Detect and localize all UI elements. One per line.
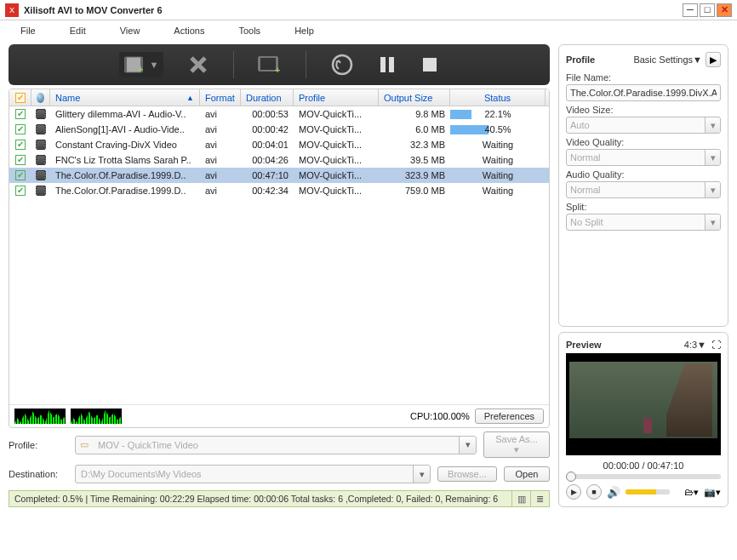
save-as-button[interactable]: Save As... ▾ — [483, 431, 550, 458]
svg-rect-5 — [258, 57, 260, 71]
preview-panel: Preview 4:3▼ ⛶ 00:00:00 / 00:47:10 ▶ ■ 🔊… — [558, 332, 728, 507]
convert-button[interactable] — [330, 53, 354, 77]
row-checkbox[interactable]: ✔ — [9, 140, 31, 150]
status-bar: Completed: 0.5% | Time Remaining: 00:22:… — [9, 490, 550, 507]
file-list-table: ✔ Name▲ Format Duration Profile Output S… — [9, 89, 550, 428]
cell-output-size: 759.0 MB — [379, 186, 450, 196]
profile-panel-title: Profile — [566, 54, 633, 65]
row-checkbox[interactable]: ✔ — [9, 109, 31, 119]
table-header: ✔ Name▲ Format Duration Profile Output S… — [9, 89, 549, 106]
log-icon[interactable]: ≣ — [530, 491, 549, 506]
table-row[interactable]: ✔The.Color.Of.Paradise.1999.D..avi00:47:… — [9, 168, 549, 183]
cell-profile: MOV-QuickTi... — [294, 140, 379, 150]
video-size-combo[interactable]: Auto▾ — [566, 117, 721, 134]
cell-format: avi — [200, 140, 241, 150]
audio-quality-label: Audio Quality: — [566, 169, 721, 180]
profile-label: Profile: — [9, 440, 68, 450]
split-label: Split: — [566, 202, 721, 212]
next-arrow-button[interactable]: ▶ — [706, 52, 721, 67]
chevron-down-icon: ▾ — [459, 437, 476, 454]
cpu-graph-2 — [71, 409, 122, 424]
cell-output-size: 32.3 MB — [379, 140, 450, 150]
close-button[interactable]: ✕ — [717, 3, 732, 17]
cell-profile: MOV-QuickTi... — [294, 170, 379, 180]
table-row[interactable]: ✔The.Color.Of.Paradise.1999.D..avi00:42:… — [9, 183, 549, 198]
menu-view[interactable]: View — [103, 22, 157, 39]
video-quality-combo[interactable]: Normal▾ — [566, 149, 721, 166]
cell-format: avi — [200, 124, 241, 134]
col-profile[interactable]: Profile — [294, 89, 379, 106]
audio-quality-combo[interactable]: Normal▾ — [566, 181, 721, 198]
cell-name: The.Color.Of.Paradise.1999.D.. — [50, 170, 200, 180]
seek-slider[interactable] — [566, 474, 721, 479]
main-toolbar: + ▼ + — [9, 44, 550, 85]
menubar: File Edit View Actions Tools Help — [0, 20, 737, 41]
cell-name: Glittery dilemma-AVI - Audio-V.. — [50, 109, 200, 119]
col-output-size[interactable]: Output Size — [379, 89, 450, 106]
table-row[interactable]: ✔Constant Craving-DivX Videoavi00:04:01M… — [9, 137, 549, 152]
col-check[interactable]: ✔ — [9, 89, 31, 106]
table-row[interactable]: ✔FNC's Liz Trotta Slams Sarah P..avi00:0… — [9, 152, 549, 168]
table-row[interactable]: ✔AlienSong[1]-AVI - Audio-Vide..avi00:00… — [9, 122, 549, 137]
app-icon: X — [5, 3, 19, 17]
aspect-ratio-button[interactable]: 4:3▼ — [684, 340, 706, 350]
cell-name: Constant Craving-DivX Video — [50, 140, 200, 150]
play-button[interactable]: ▶ — [566, 484, 581, 500]
volume-slider[interactable] — [626, 489, 670, 494]
video-size-label: Video Size: — [566, 105, 721, 115]
row-checkbox[interactable]: ✔ — [9, 124, 31, 134]
add-file-button[interactable]: + ▼ — [119, 52, 164, 77]
row-checkbox[interactable]: ✔ — [9, 155, 31, 165]
file-type-icon — [31, 109, 50, 119]
menu-help[interactable]: Help — [277, 22, 331, 39]
table-row[interactable]: ✔Glittery dilemma-AVI - Audio-V..avi00:0… — [9, 106, 549, 122]
svg-rect-4 — [260, 57, 277, 71]
cell-name: The.Color.Of.Paradise.1999.D.. — [50, 186, 200, 196]
cell-profile: MOV-QuickTi... — [294, 109, 379, 119]
destination-combo[interactable]: D:\My Documents\My Videos ▾ — [75, 465, 431, 483]
menu-edit[interactable]: Edit — [53, 22, 103, 39]
row-checkbox[interactable]: ✔ — [9, 170, 31, 180]
row-checkbox[interactable]: ✔ — [9, 186, 31, 196]
snapshot-icon[interactable]: 📷▾ — [704, 487, 721, 498]
delete-button[interactable] — [187, 54, 209, 76]
pause-button[interactable] — [378, 54, 397, 75]
stop-button[interactable] — [420, 55, 439, 74]
col-name[interactable]: Name▲ — [50, 89, 200, 106]
cell-status: 40.5% — [450, 124, 546, 134]
svg-point-8 — [333, 55, 351, 74]
volume-icon[interactable]: 🔊 — [607, 486, 620, 499]
maximize-button[interactable]: □ — [700, 3, 715, 17]
split-combo[interactable]: No Split▾ — [566, 214, 721, 231]
col-duration[interactable]: Duration — [241, 89, 294, 106]
cell-status: Waiting — [450, 186, 546, 196]
col-status[interactable]: Status — [450, 89, 546, 106]
cell-profile: MOV-QuickTi... — [294, 155, 379, 165]
preferences-button[interactable]: Preferences — [475, 409, 544, 424]
browse-button[interactable]: Browse... — [437, 466, 497, 482]
cell-duration: 00:47:10 — [241, 170, 294, 180]
snapshot-folder-icon[interactable]: 🗁▾ — [684, 487, 699, 498]
profile-combo[interactable]: ▭ MOV - QuickTime Video ▾ — [75, 436, 477, 454]
svg-text:+: + — [275, 65, 280, 75]
report-icon[interactable]: ▥ — [511, 491, 530, 506]
minimize-button[interactable]: ─ — [683, 3, 698, 17]
svg-rect-11 — [423, 58, 437, 71]
cell-status: Waiting — [450, 155, 546, 165]
menu-file[interactable]: File — [3, 22, 53, 39]
fullscreen-icon[interactable]: ⛶ — [711, 340, 721, 350]
file-name-input[interactable] — [566, 84, 721, 101]
menu-tools[interactable]: Tools — [221, 22, 277, 39]
stop-preview-button[interactable]: ■ — [586, 484, 602, 500]
open-button[interactable]: Open — [504, 466, 550, 482]
add-profile-button[interactable]: + — [258, 54, 282, 75]
preview-viewport[interactable] — [566, 353, 721, 455]
col-type[interactable] — [31, 89, 50, 106]
cell-output-size: 6.0 MB — [379, 124, 450, 134]
cell-duration: 00:04:26 — [241, 155, 294, 165]
col-format[interactable]: Format — [200, 89, 241, 106]
menu-actions[interactable]: Actions — [157, 22, 221, 39]
window-title: Xilisoft AVI to MOV Converter 6 — [24, 5, 683, 15]
file-type-icon — [31, 155, 50, 165]
basic-settings-link[interactable]: Basic Settings▼ — [633, 54, 702, 65]
